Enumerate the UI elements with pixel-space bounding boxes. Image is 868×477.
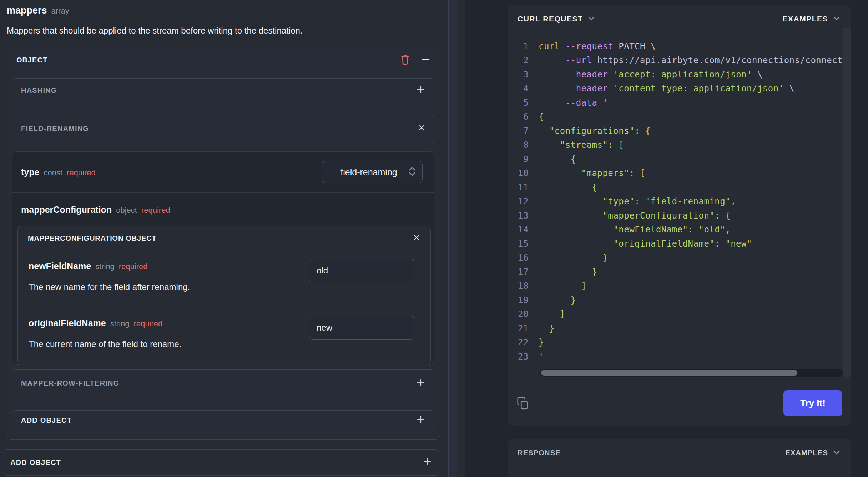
code-line: 13 "mapperConfiguration": { bbox=[508, 209, 843, 223]
new-field-name-row: newFieldName string required The new nam… bbox=[18, 250, 430, 307]
type-prop-kind: const bbox=[44, 168, 62, 177]
plus-icon bbox=[416, 378, 425, 389]
object-panel: OBJECT bbox=[7, 49, 440, 440]
field-name: mappers bbox=[7, 5, 47, 16]
remove-field-renaming-button[interactable] bbox=[418, 124, 425, 133]
response-panel-header: RESPONSE EXAMPLES bbox=[508, 439, 851, 467]
code-line: 14 "newFieldName": "old", bbox=[508, 223, 843, 237]
new-field-name-kind: string bbox=[95, 262, 115, 271]
original-field-name-label: originalFieldName bbox=[29, 318, 106, 328]
collapse-object-button[interactable] bbox=[421, 55, 430, 65]
add-object-outer-label: ADD OBJECT bbox=[10, 458, 61, 467]
code-line: 7 "configurations": { bbox=[508, 124, 843, 138]
scrollbar-thumb[interactable] bbox=[449, 0, 457, 477]
original-field-name-required: required bbox=[134, 319, 163, 328]
object-panel-header: OBJECT bbox=[7, 49, 440, 71]
code-line: 6{ bbox=[508, 110, 843, 124]
code-line: 10 "mappers": [ bbox=[508, 166, 843, 181]
section-field-renaming-label: FIELD-RENAMING bbox=[21, 125, 89, 133]
section-mapper-row-filtering-label: MAPPER-ROW-FILTERING bbox=[21, 379, 119, 387]
chevron-down-icon bbox=[833, 16, 840, 22]
code-horizontal-scrollbar-thumb[interactable] bbox=[541, 370, 797, 376]
mapper-configuration-label: mapperConfiguration object required bbox=[12, 193, 434, 215]
curl-request-panel: CURL REQUEST EXAMPLES 1curl --request PA… bbox=[508, 5, 851, 426]
original-field-name-input[interactable] bbox=[309, 316, 414, 340]
curl-panel-header: CURL REQUEST EXAMPLES bbox=[508, 5, 851, 33]
mapper-configuration-box-header: MAPPERCONFIGURATION OBJECT bbox=[18, 226, 430, 250]
original-field-name-kind: string bbox=[110, 319, 130, 328]
curl-request-dropdown[interactable]: CURL REQUEST bbox=[518, 15, 595, 23]
examples-label: EXAMPLES bbox=[782, 15, 828, 23]
minus-icon bbox=[421, 55, 430, 65]
type-prop-required: required bbox=[67, 168, 96, 177]
code-block[interactable]: 1curl --request PATCH \2 --url https://a… bbox=[508, 39, 843, 364]
original-field-name-description: The current name of the field to rename. bbox=[29, 339, 309, 349]
copy-code-button[interactable] bbox=[516, 396, 530, 411]
new-field-name-label: newFieldName bbox=[29, 261, 91, 271]
request-pane: CURL REQUEST EXAMPLES 1curl --request PA… bbox=[465, 0, 868, 477]
schema-pane: mappers array Mappers that should be app… bbox=[0, 0, 448, 477]
code-line: 20 ] bbox=[508, 307, 843, 322]
pane-divider-scrollbar[interactable] bbox=[448, 0, 465, 477]
code-line: 5 --data ' bbox=[508, 96, 843, 110]
plus-icon bbox=[416, 85, 425, 96]
mapper-configuration-box-title: MAPPERCONFIGURATION OBJECT bbox=[28, 234, 156, 242]
code-line: 23' bbox=[508, 350, 843, 364]
mapper-configuration-kind: object bbox=[116, 206, 137, 215]
code-line: 11 { bbox=[508, 180, 843, 195]
code-line: 4 --header 'content-type: application/js… bbox=[508, 82, 843, 96]
section-hashing-label: HASHING bbox=[21, 86, 57, 95]
add-object-outer[interactable]: ADD OBJECT bbox=[2, 449, 440, 476]
code-line: 12 "type": "field-renaming", bbox=[508, 195, 843, 209]
object-panel-title: OBJECT bbox=[16, 56, 47, 64]
field-renaming-content: type const required field-renaming mappe… bbox=[12, 151, 434, 365]
code-line: 21 } bbox=[508, 321, 843, 336]
field-description: Mappers that should be applied to the st… bbox=[7, 26, 303, 36]
response-title: RESPONSE bbox=[518, 449, 561, 457]
code-horizontal-scrollbar[interactable] bbox=[540, 369, 843, 377]
new-field-name-input[interactable] bbox=[309, 259, 414, 282]
code-line: 2 --url https://api.airbyte.com/v1/conne… bbox=[508, 54, 843, 68]
expand-mapper-row-filtering-button[interactable] bbox=[416, 378, 425, 389]
new-field-name-description: The new name for the field after renamin… bbox=[29, 282, 309, 292]
response-examples-dropdown[interactable]: EXAMPLES bbox=[785, 449, 840, 457]
mapper-configuration-box: MAPPERCONFIGURATION OBJECT newFieldName … bbox=[17, 226, 431, 365]
chevron-down-icon bbox=[833, 450, 840, 456]
examples-dropdown[interactable]: EXAMPLES bbox=[782, 15, 840, 23]
code-line: 16 } bbox=[508, 251, 843, 265]
delete-object-button[interactable] bbox=[400, 54, 410, 66]
code-line: 15 "originalFieldName": "new" bbox=[508, 237, 843, 251]
close-mapper-configuration-button[interactable] bbox=[413, 234, 420, 243]
add-object-inner-label: ADD OBJECT bbox=[21, 416, 72, 425]
response-panel: RESPONSE EXAMPLES bbox=[508, 439, 851, 477]
code-line: 17 } bbox=[508, 265, 843, 279]
code-lines: 1curl --request PATCH \2 --url https://a… bbox=[508, 39, 843, 364]
mapper-configuration-required: required bbox=[141, 206, 170, 215]
trash-icon bbox=[400, 54, 410, 66]
original-field-name-row: originalFieldName string required The cu… bbox=[18, 307, 430, 356]
add-object-outer-button[interactable] bbox=[423, 457, 432, 468]
select-stepper-icon bbox=[408, 165, 417, 179]
curl-request-title: CURL REQUEST bbox=[518, 15, 583, 23]
type-row: type const required field-renaming bbox=[12, 152, 434, 193]
response-title-area: RESPONSE bbox=[518, 449, 561, 457]
code-vertical-scrollbar[interactable] bbox=[843, 28, 851, 377]
close-icon bbox=[418, 124, 425, 133]
section-hashing[interactable]: HASHING bbox=[12, 78, 434, 102]
code-line: 19 } bbox=[508, 293, 843, 307]
code-line: 3 --header 'accept: application/json' \ bbox=[508, 67, 843, 82]
code-line: 22} bbox=[508, 336, 843, 350]
code-line: 1curl --request PATCH \ bbox=[508, 39, 843, 54]
section-mapper-row-filtering[interactable]: MAPPER-ROW-FILTERING bbox=[12, 369, 434, 397]
copy-icon bbox=[516, 396, 530, 411]
section-field-renaming[interactable]: FIELD-RENAMING bbox=[12, 114, 434, 143]
type-select[interactable]: field-renaming bbox=[322, 161, 423, 183]
try-it-button[interactable]: Try It! bbox=[783, 390, 842, 416]
plus-icon bbox=[416, 415, 425, 426]
add-object-inner[interactable]: ADD OBJECT bbox=[12, 410, 434, 430]
type-select-value: field-renaming bbox=[330, 167, 408, 177]
add-object-inner-button[interactable] bbox=[416, 415, 425, 426]
field-title: mappers array bbox=[7, 5, 69, 16]
code-line: 8 "streams": [ bbox=[508, 138, 843, 152]
expand-hashing-button[interactable] bbox=[416, 85, 425, 96]
